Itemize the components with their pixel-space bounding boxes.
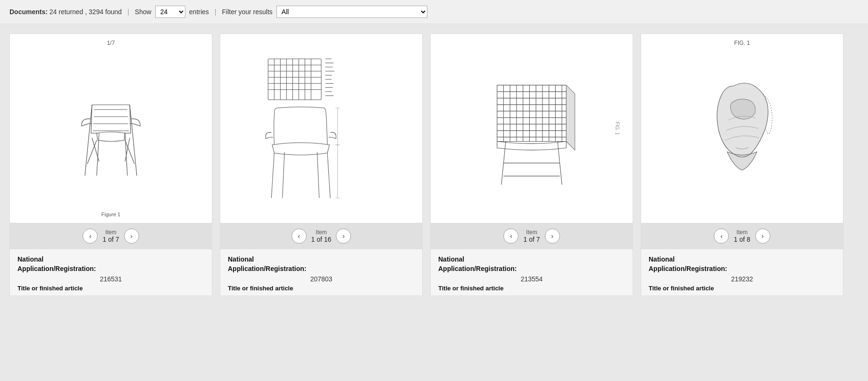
- filter-label: Filter your results: [222, 8, 273, 16]
- top-bar: Documents: 24 returned , 3294 found | Sh…: [0, 0, 868, 24]
- svg-line-40: [271, 153, 274, 198]
- card-3-image: FIG. 1: [431, 34, 633, 223]
- entries-label: entries: [189, 8, 209, 16]
- card-3-nav: ‹ Item 1 of 7 ›: [431, 223, 633, 249]
- card-1-reg: 216531: [17, 275, 204, 283]
- card-2-subtitle: Title or finished article: [228, 285, 415, 292]
- card-4: FIG. 1 ‹ Item: [641, 34, 843, 296]
- card-1-nav-label: Item 1 of 7: [102, 229, 119, 243]
- card-2-nav: ‹ Item 1 of 16 ›: [220, 223, 422, 249]
- svg-line-41: [327, 153, 330, 198]
- card-2-reg: 207803: [228, 275, 415, 283]
- card-1-nav: ‹ Item 1 of 7 ›: [10, 223, 212, 249]
- card-1-title: NationalApplication/Registration:: [17, 255, 204, 273]
- card-3-fig-label: FIG. 1: [615, 122, 620, 135]
- card-1-subtitle: Title or finished article: [17, 285, 204, 292]
- svg-line-0: [85, 105, 92, 176]
- card-4-reg: 219232: [649, 275, 835, 283]
- card-4-nav-label: Item 1 of 8: [734, 229, 750, 243]
- card-1: 1/7: [9, 34, 212, 296]
- card-4-svg: [700, 67, 785, 190]
- card-2-info: NationalApplication/Registration: 207803…: [220, 249, 422, 296]
- separator-1: |: [127, 8, 129, 16]
- card-2-title: NationalApplication/Registration:: [228, 255, 415, 273]
- card-3-next-btn[interactable]: ›: [545, 229, 560, 244]
- card-3-nav-label: Item 1 of 7: [523, 229, 540, 243]
- card-4-item-count: 1 of 8: [734, 236, 750, 243]
- card-1-item-count: 1 of 7: [102, 236, 119, 243]
- card-2-prev-btn[interactable]: ‹: [292, 229, 307, 244]
- card-4-fig-label: FIG. 1: [734, 40, 750, 46]
- card-1-svg: [64, 62, 158, 195]
- card-4-info: NationalApplication/Registration: 219232…: [641, 249, 843, 296]
- card-3-reg: 213554: [438, 275, 625, 283]
- card-2-nav-label: Item 1 of 16: [311, 229, 332, 243]
- card-4-nav: ‹ Item 1 of 8 ›: [641, 223, 843, 249]
- card-2-next-btn[interactable]: ›: [336, 229, 351, 244]
- card-4-image: FIG. 1: [641, 34, 843, 223]
- card-3-svg: [480, 62, 584, 195]
- documents-label: Documents: 24 returned , 3294 found: [9, 8, 122, 16]
- card-1-prev-btn[interactable]: ‹: [83, 229, 98, 244]
- card-3-prev-btn[interactable]: ‹: [503, 229, 518, 244]
- card-4-next-btn[interactable]: ›: [755, 229, 770, 244]
- card-4-prev-btn[interactable]: ‹: [714, 229, 729, 244]
- card-4-title: NationalApplication/Registration:: [649, 255, 835, 273]
- card-4-subtitle: Title or finished article: [649, 285, 835, 292]
- svg-line-1: [130, 105, 137, 176]
- card-3-item-count: 1 of 7: [523, 236, 540, 243]
- card-2-item-count: 1 of 16: [311, 236, 332, 243]
- card-1-info: NationalApplication/Registration: 216531…: [10, 249, 212, 296]
- card-1-next-btn[interactable]: ›: [124, 229, 139, 244]
- card-1-image: 1/7: [10, 34, 212, 223]
- card-4-item-text: Item: [734, 229, 750, 236]
- card-3-title: NationalApplication/Registration:: [438, 255, 625, 273]
- card-3-subtitle: Title or finished article: [438, 285, 625, 292]
- cards-container: 1/7: [0, 24, 868, 305]
- card-1-caption: Figure 1: [101, 212, 120, 217]
- card-3: FIG. 1: [430, 34, 633, 296]
- show-label: Show: [135, 8, 151, 16]
- card-2: ‹ Item 1 of 16 › NationalApplication/Reg…: [220, 34, 423, 296]
- card-3-info: NationalApplication/Registration: 213554…: [431, 249, 633, 296]
- card-1-label: 1/7: [107, 40, 115, 46]
- card-2-svg: [260, 48, 383, 209]
- card-2-image: [220, 34, 422, 223]
- filter-select[interactable]: All National International: [276, 6, 427, 18]
- card-2-item-text: Item: [311, 229, 332, 236]
- card-3-item-text: Item: [523, 229, 540, 236]
- svg-line-14: [87, 140, 97, 164]
- svg-line-43: [317, 152, 319, 198]
- separator-2: |: [215, 8, 217, 16]
- show-select[interactable]: 24 48 96: [155, 6, 185, 18]
- card-1-item-text: Item: [102, 229, 119, 236]
- svg-line-42: [283, 152, 284, 198]
